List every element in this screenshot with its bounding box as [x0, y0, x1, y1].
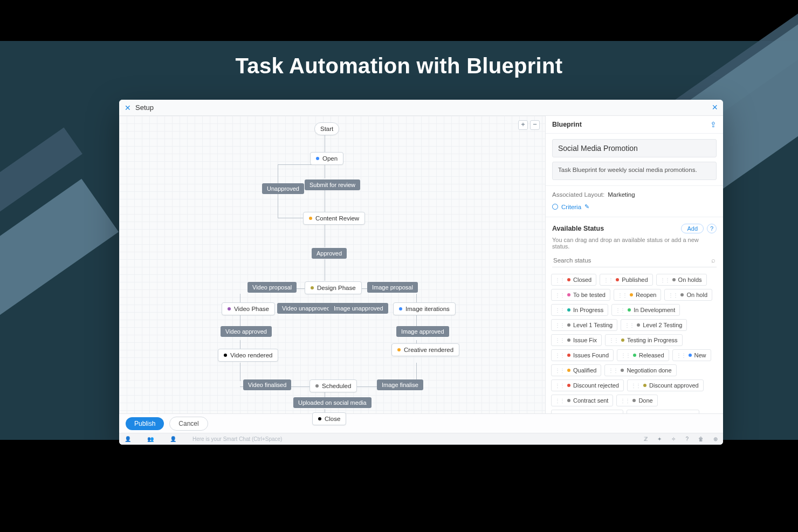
- criteria-link[interactable]: Criteria ✎: [546, 201, 723, 217]
- status-chip[interactable]: ⋮⋮Closed: [551, 274, 596, 286]
- drag-icon: ⋮⋮: [620, 398, 630, 404]
- transition-video-proposal[interactable]: Video proposal: [247, 282, 297, 293]
- transition-video-finalised[interactable]: Video finalised: [243, 379, 291, 390]
- status-label: Done: [638, 397, 652, 404]
- status-chip[interactable]: ⋮⋮Issues Found: [551, 349, 614, 361]
- status-dot: [567, 308, 570, 312]
- status-dot: [633, 354, 636, 357]
- transition-video-approved[interactable]: Video approved: [221, 326, 272, 337]
- transition-video-unapproved[interactable]: Video unapproved: [277, 303, 335, 314]
- drag-hint: You can drag and drop an available statu…: [546, 236, 723, 254]
- status-chip[interactable]: ⋮⋮In Progress: [551, 304, 608, 316]
- status-chip[interactable]: ⋮⋮Contract sent: [551, 395, 613, 406]
- start-node[interactable]: Start: [314, 122, 339, 135]
- close-icon[interactable]: ×: [712, 102, 718, 113]
- bb-icon[interactable]: ✦: [657, 436, 662, 442]
- smart-chat-hint[interactable]: Here is your Smart Chat (Ctrl+Space): [192, 436, 282, 442]
- status-label: Released: [639, 352, 664, 358]
- transition-submit-for-review[interactable]: Submit for review: [305, 179, 360, 190]
- status-chip[interactable]: ⋮⋮Design Research: [551, 410, 623, 413]
- available-status-heading: Available Status: [552, 225, 604, 232]
- status-chip[interactable]: ⋮⋮Qualified: [551, 364, 601, 376]
- status-chip[interactable]: ⋮⋮On holds: [656, 274, 707, 286]
- search-status-input[interactable]: [552, 254, 717, 267]
- status-chip[interactable]: ⋮⋮Released: [617, 349, 669, 361]
- connector: [325, 224, 325, 247]
- transition-image-unapproved[interactable]: Image unapproved: [329, 303, 388, 314]
- drag-icon: ⋮⋮: [608, 368, 618, 374]
- status-label: Contract sent: [573, 397, 608, 404]
- drag-icon: ⋮⋮: [603, 277, 613, 283]
- help-icon[interactable]: ?: [707, 224, 717, 233]
- zoom-out-button[interactable]: −: [530, 120, 540, 130]
- add-status-button[interactable]: Add: [681, 224, 704, 233]
- drag-icon: ⋮⋮: [617, 292, 627, 298]
- status-node-open[interactable]: Open: [310, 152, 343, 165]
- status-chip[interactable]: ⋮⋮To be tested: [551, 289, 610, 301]
- bb-icon[interactable]: ⊕: [713, 436, 718, 442]
- contacts-icon[interactable]: 👤: [170, 436, 176, 442]
- status-dot: [567, 338, 570, 342]
- status-chip[interactable]: ⋮⋮Prototype Testing: [627, 410, 699, 413]
- drag-icon: ⋮⋮: [668, 292, 678, 298]
- status-label: On hold: [686, 292, 707, 298]
- status-chip[interactable]: ⋮⋮Done: [616, 395, 657, 406]
- status-node-video-rendered[interactable]: Video rendered: [218, 349, 278, 362]
- bb-icon[interactable]: ✧: [671, 436, 676, 442]
- status-dot: [621, 369, 624, 372]
- connector: [240, 363, 240, 381]
- status-label: In Development: [634, 307, 675, 313]
- status-chip[interactable]: ⋮⋮Discount rejected: [551, 379, 624, 391]
- drag-icon: ⋮⋮: [555, 337, 565, 343]
- status-chip[interactable]: ⋮⋮On hold: [664, 289, 712, 301]
- bb-icon[interactable]: ?: [685, 436, 689, 442]
- status-chip[interactable]: ⋮⋮Reopen: [614, 289, 662, 301]
- export-icon[interactable]: ⇪: [710, 120, 717, 129]
- transition-image-approved[interactable]: Image approved: [396, 326, 449, 337]
- status-chip[interactable]: ⋮⋮Published: [600, 274, 652, 286]
- status-label: On holds: [678, 277, 702, 283]
- zoom-in-button[interactable]: +: [518, 120, 528, 130]
- blueprint-name-input[interactable]: [552, 139, 717, 157]
- associated-layout: Associated Layout:Marketing: [546, 186, 723, 201]
- status-chip[interactable]: ⋮⋮Discount approved: [627, 379, 704, 391]
- channels-icon[interactable]: 👥: [147, 436, 154, 442]
- edit-icon[interactable]: ✎: [584, 203, 589, 210]
- transition-image-finalise[interactable]: Image finalise: [377, 379, 423, 390]
- chats-icon[interactable]: 👤: [125, 436, 131, 442]
- status-chip[interactable]: ⋮⋮Testing in Progress: [605, 334, 683, 346]
- status-node-video-phase[interactable]: Video Phase: [222, 302, 275, 315]
- hero-title: Task Automation with Blueprint: [0, 54, 798, 78]
- status-chip[interactable]: ⋮⋮Level 1 Testing: [551, 319, 617, 331]
- status-node-close[interactable]: Close: [312, 412, 346, 425]
- status-chip[interactable]: ⋮⋮Level 2 Testing: [621, 319, 687, 331]
- status-chip[interactable]: ⋮⋮Negotiation done: [604, 364, 676, 376]
- status-node-creative-rendered[interactable]: Creative rendered: [391, 343, 459, 356]
- status-chip[interactable]: ⋮⋮Issue Fix: [551, 334, 602, 346]
- blueprint-canvas[interactable]: + −: [119, 116, 545, 413]
- status-node-scheduled[interactable]: Scheduled: [309, 379, 357, 392]
- drag-icon: ⋮⋮: [660, 277, 670, 283]
- status-node-image-iterations[interactable]: Image iterations: [393, 302, 456, 315]
- transition-approved[interactable]: Approved: [312, 248, 347, 259]
- status-node-design-phase[interactable]: Design Phase: [305, 281, 362, 294]
- footer: Publish Cancel: [119, 413, 723, 433]
- status-node-content-review[interactable]: Content Review: [303, 212, 365, 225]
- status-label: In Progress: [573, 307, 603, 313]
- status-label: Closed: [573, 277, 591, 283]
- status-chip[interactable]: ⋮⋮New: [672, 349, 711, 361]
- transition-uploaded[interactable]: Uploaded on social media: [293, 397, 372, 408]
- transition-image-proposal[interactable]: Image proposal: [367, 282, 418, 293]
- drag-icon: ⋮⋮: [555, 307, 565, 313]
- publish-button[interactable]: Publish: [126, 417, 164, 430]
- bb-icon[interactable]: 🗑: [698, 436, 704, 442]
- blueprint-description-input[interactable]: Task Blueprint for weekly social media p…: [552, 162, 717, 180]
- status-label: Discount rejected: [573, 382, 619, 389]
- drag-icon: ⋮⋮: [555, 368, 565, 374]
- transition-unapproved[interactable]: Unapproved: [262, 183, 304, 194]
- connector: [278, 191, 278, 218]
- cancel-button[interactable]: Cancel: [169, 417, 208, 431]
- status-chip[interactable]: ⋮⋮In Development: [611, 304, 680, 316]
- bb-icon[interactable]: ℤ: [644, 436, 648, 442]
- search-icon: ⌕: [711, 256, 716, 264]
